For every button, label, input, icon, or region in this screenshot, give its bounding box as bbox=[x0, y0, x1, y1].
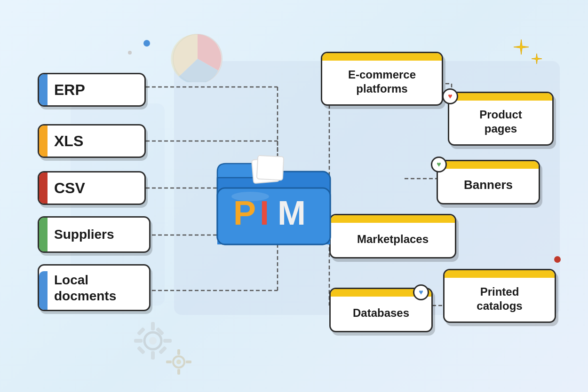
svg-point-11 bbox=[173, 356, 184, 368]
output-ecommerce-topbar bbox=[322, 53, 442, 61]
source-csv-label: CSV bbox=[54, 180, 85, 197]
source-erp: ERP bbox=[38, 73, 146, 107]
svg-rect-42 bbox=[257, 156, 284, 180]
output-marketplaces-label: Marketplaces bbox=[357, 233, 429, 246]
svg-rect-4 bbox=[151, 351, 155, 360]
svg-rect-3 bbox=[151, 322, 155, 330]
heart-badge-product: ♥ bbox=[442, 88, 458, 104]
output-printed-label: Printedcatalogs bbox=[477, 285, 522, 313]
source-suppliers-label: Suppliers bbox=[54, 227, 114, 242]
output-marketplaces-topbar bbox=[331, 215, 455, 223]
heart-badge-databases: ♥ bbox=[413, 284, 429, 300]
source-local-label: Localdocments bbox=[54, 271, 116, 304]
svg-text:M: M bbox=[278, 194, 306, 232]
pim-folder: P I M bbox=[213, 146, 335, 251]
output-ecommerce-label: E-commerceplatforms bbox=[348, 68, 416, 96]
output-ecommerce: E-commerceplatforms bbox=[321, 52, 443, 106]
output-product-label: Productpages bbox=[479, 108, 522, 136]
output-product-pages: Productpages bbox=[448, 92, 554, 146]
dot-blue bbox=[143, 40, 150, 47]
source-local: Localdocments bbox=[38, 264, 151, 311]
source-csv: CSV bbox=[38, 171, 146, 205]
svg-rect-16 bbox=[186, 361, 191, 363]
gear-deco-2 bbox=[165, 348, 193, 378]
output-banners: Banners bbox=[437, 160, 540, 204]
output-databases-label: Databases bbox=[353, 306, 409, 320]
svg-rect-15 bbox=[166, 361, 172, 363]
source-xls: XLS bbox=[38, 124, 146, 158]
output-product-topbar bbox=[449, 93, 552, 101]
heart-badge-banners: ♥ bbox=[431, 157, 447, 172]
svg-point-12 bbox=[176, 360, 181, 364]
output-printed-topbar bbox=[445, 270, 555, 278]
gear-deco-1 bbox=[132, 320, 174, 364]
output-marketplaces: Marketplaces bbox=[329, 214, 456, 259]
svg-rect-8 bbox=[159, 346, 167, 354]
svg-point-1 bbox=[144, 332, 161, 349]
svg-point-2 bbox=[149, 337, 157, 345]
svg-rect-10 bbox=[137, 346, 145, 354]
svg-rect-9 bbox=[156, 327, 164, 336]
star-deco-1 bbox=[513, 39, 530, 57]
svg-rect-13 bbox=[177, 349, 180, 355]
svg-rect-7 bbox=[137, 327, 145, 336]
svg-point-50 bbox=[231, 192, 269, 201]
svg-rect-5 bbox=[134, 339, 143, 343]
output-banners-label: Banners bbox=[464, 178, 513, 192]
output-printed-catalogs: Printedcatalogs bbox=[443, 269, 556, 323]
source-erp-label: ERP bbox=[54, 81, 85, 99]
dot-gray-1 bbox=[128, 51, 132, 55]
svg-rect-14 bbox=[177, 369, 180, 375]
output-banners-topbar bbox=[438, 161, 539, 169]
svg-rect-6 bbox=[163, 339, 172, 343]
source-suppliers: Suppliers bbox=[38, 216, 151, 253]
source-xls-label: XLS bbox=[54, 133, 83, 150]
